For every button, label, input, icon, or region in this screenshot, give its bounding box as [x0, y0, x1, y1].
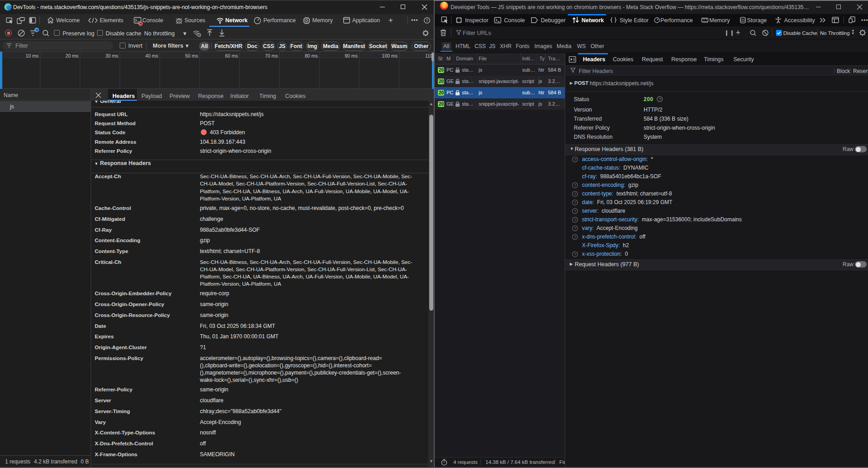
- svg-text:?: ?: [574, 218, 576, 222]
- svg-text:?: ?: [426, 18, 428, 23]
- svg-text:?: ?: [574, 192, 576, 196]
- svg-text:?: ?: [659, 97, 661, 102]
- svg-text:?: ?: [574, 226, 576, 231]
- svg-text:?: ?: [574, 183, 576, 188]
- svg-text:?: ?: [574, 252, 576, 257]
- svg-text:?: ?: [574, 209, 576, 214]
- svg-text:?: ?: [574, 157, 576, 162]
- svg-text:?: ?: [574, 235, 576, 239]
- svg-text:?: ?: [574, 200, 576, 205]
